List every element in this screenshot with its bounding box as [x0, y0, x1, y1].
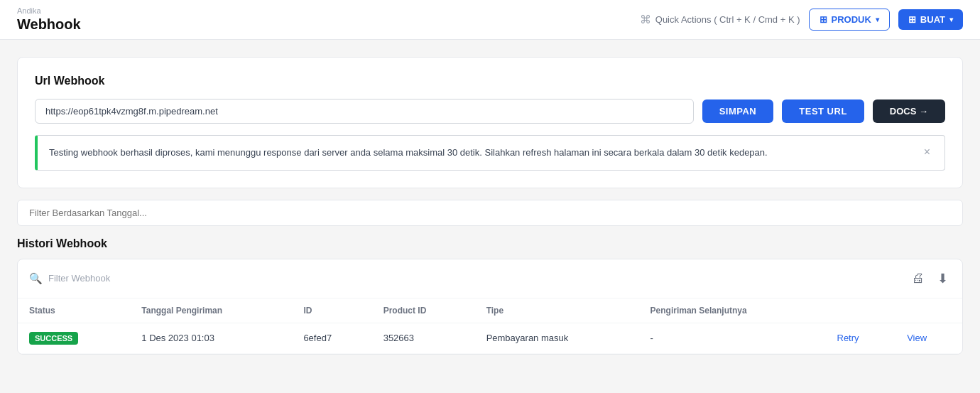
command-icon: ⌘: [640, 13, 651, 26]
test-url-label: TEST URL: [799, 106, 847, 117]
alert-close-button[interactable]: ×: [921, 146, 933, 158]
cell-product-id: 352663: [372, 323, 475, 353]
cell-tipe: Pembayaran masuk: [475, 323, 639, 353]
quick-actions-label: Quick Actions ( Ctrl + K / Cmd + K ): [655, 14, 800, 25]
col-id: ID: [292, 298, 371, 323]
cell-pengiriman: -: [639, 323, 826, 353]
table-row: SUCCESS 1 Des 2023 01:03 6efed7 352663 P…: [18, 323, 962, 353]
cell-status: SUCCESS: [18, 323, 130, 353]
col-view: [895, 298, 962, 323]
histori-toolbar: 🔍 🖨 ⬇: [18, 259, 962, 298]
search-icon: 🔍: [29, 272, 43, 285]
buat-box-icon: ⊞: [908, 14, 916, 25]
webhook-filter-input[interactable]: [48, 273, 190, 284]
url-webhook-card: Url Webhook SIMPAN TEST URL DOCS → Testi…: [17, 57, 963, 188]
col-tanggal: Tanggal Pengiriman: [130, 298, 292, 323]
col-product-id: Product ID: [372, 298, 475, 323]
header: Andika Webhook ⌘ Quick Actions ( Ctrl + …: [0, 0, 980, 40]
retry-link[interactable]: Retry: [837, 333, 859, 343]
col-tipe: Tipe: [475, 298, 639, 323]
header-left: Andika Webhook: [17, 6, 81, 33]
main-content: Url Webhook SIMPAN TEST URL DOCS → Testi…: [0, 40, 980, 372]
col-retry: [826, 298, 896, 323]
buat-button[interactable]: ⊞ BUAT ▾: [898, 9, 963, 30]
url-row: SIMPAN TEST URL DOCS →: [35, 99, 945, 124]
print-icon: 🖨: [912, 271, 925, 286]
download-icon: ⬇: [937, 271, 948, 286]
view-link[interactable]: View: [907, 333, 927, 343]
buat-chevron-icon: ▾: [949, 16, 953, 23]
histori-search-wrap: 🔍: [29, 272, 190, 285]
chevron-down-icon: ▾: [876, 16, 879, 23]
produk-box-icon: ⊞: [820, 14, 827, 25]
table-header: Status Tanggal Pengiriman ID Product ID …: [18, 298, 962, 323]
histori-section: Histori Webhook 🔍 🖨 ⬇: [17, 237, 963, 355]
webhook-table: Status Tanggal Pengiriman ID Product ID …: [18, 298, 962, 354]
print-button[interactable]: 🖨: [909, 268, 927, 289]
url-input[interactable]: [35, 99, 694, 124]
docs-label: DOCS →: [890, 106, 928, 117]
table-body: SUCCESS 1 Des 2023 01:03 6efed7 352663 P…: [18, 323, 962, 353]
histori-title: Histori Webhook: [17, 237, 963, 250]
alert-success: Testing webhook berhasil diproses, kami …: [35, 135, 945, 171]
header-right: ⌘ Quick Actions ( Ctrl + K / Cmd + K ) ⊞…: [640, 9, 963, 31]
date-filter-input[interactable]: [17, 200, 963, 226]
simpan-label: SIMPAN: [719, 106, 757, 117]
cell-tanggal: 1 Des 2023 01:03: [130, 323, 292, 353]
quick-actions[interactable]: ⌘ Quick Actions ( Ctrl + K / Cmd + K ): [640, 13, 800, 26]
histori-card: 🔍 🖨 ⬇ Status Tanggal Pengi: [17, 259, 963, 355]
cell-id: 6efed7: [292, 323, 371, 353]
url-webhook-title: Url Webhook: [35, 75, 945, 87]
cell-retry: Retry: [826, 323, 896, 353]
status-badge: SUCCESS: [29, 332, 78, 345]
cell-view: View: [895, 323, 962, 353]
filter-bar: [17, 200, 963, 237]
produk-label: PRODUK: [832, 14, 871, 25]
breadcrumb: Andika: [17, 6, 81, 15]
download-button[interactable]: ⬇: [935, 268, 951, 289]
buat-label: BUAT: [920, 14, 945, 25]
col-status: Status: [18, 298, 130, 323]
page-title: Webhook: [17, 16, 81, 33]
docs-button[interactable]: DOCS →: [873, 99, 945, 123]
test-url-button[interactable]: TEST URL: [782, 99, 864, 123]
col-pengiriman: Pengiriman Selanjutnya: [639, 298, 826, 323]
produk-button[interactable]: ⊞ PRODUK ▾: [809, 9, 890, 31]
alert-text: Testing webhook berhasil diproses, kami …: [49, 146, 768, 160]
simpan-button[interactable]: SIMPAN: [702, 99, 774, 123]
histori-toolbar-right: 🖨 ⬇: [909, 268, 951, 289]
